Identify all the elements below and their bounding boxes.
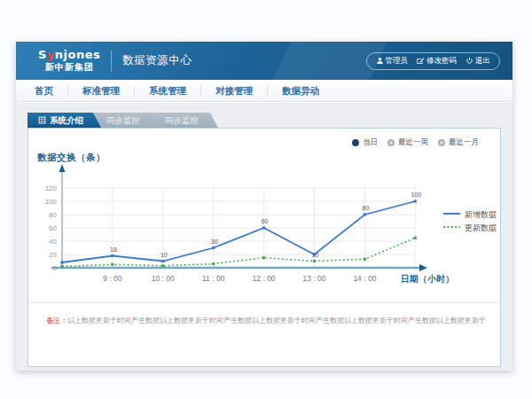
user-menu-label: 管理员 — [386, 56, 409, 66]
svg-text:数据交换（条）: 数据交换（条） — [36, 152, 106, 163]
svg-text:60: 60 — [262, 218, 269, 224]
footnote-text: 以上数据更新于时间产生数据以上数据更新于时间产生数据以上数据更新于时间产生数据以… — [67, 317, 486, 325]
user-menu-label: 修改密码 — [426, 56, 457, 66]
svg-text:13 : 00: 13 : 00 — [303, 274, 326, 283]
filter-0[interactable]: 当日 — [352, 137, 378, 148]
tab-bar: 系统介绍同步监控同步监控 — [27, 113, 211, 128]
main-nav: 首页标准管理系统管理对接管理数据异动 — [16, 80, 512, 102]
legend-item-1[interactable]: 更新数据 — [443, 223, 497, 232]
user-menu-power[interactable]: 退出 — [466, 56, 490, 66]
svg-text:40: 40 — [49, 238, 57, 246]
user-menu: 管理员修改密码退出 — [366, 52, 501, 70]
footnote-label: 备注： — [46, 317, 67, 325]
tab-label: 同步监控 — [165, 113, 199, 128]
filter-1[interactable]: 最近一周 — [387, 137, 428, 148]
nav-item-0[interactable]: 首页 — [20, 86, 68, 96]
tab-0[interactable]: 系统介绍 — [27, 113, 101, 128]
svg-text:100: 100 — [45, 198, 58, 206]
svg-text:80: 80 — [363, 205, 370, 211]
user-menu-user[interactable]: 管理员 — [376, 56, 409, 66]
svg-text:100: 100 — [411, 192, 421, 198]
svg-text:日期（小时）: 日期（小时） — [401, 274, 454, 284]
line-chart: 0204060801001209 : 0010 : 0011 : 0012 : … — [28, 148, 507, 299]
svg-text:11 : 00: 11 : 00 — [202, 274, 225, 283]
page-body: 系统介绍同步监控同步监控 当日最近一周最近一月 0204060801001209… — [16, 103, 512, 371]
app-window: Synjones 新中新集团 数据资源中心 管理员修改密码退出 首页标准管理系统… — [16, 42, 512, 371]
nav-item-2[interactable]: 系统管理 — [135, 86, 201, 96]
svg-text:更新数据: 更新数据 — [465, 223, 497, 232]
tab-2[interactable]: 同步监控 — [153, 113, 218, 128]
svg-text:10: 10 — [160, 252, 168, 258]
tab-1[interactable]: 同步监控 — [94, 113, 160, 128]
nav-item-1[interactable]: 标准管理 — [68, 86, 135, 96]
brand-name-cn: 新中新集团 — [38, 62, 100, 73]
radio-icon — [352, 139, 359, 146]
svg-text:12 : 00: 12 : 00 — [253, 274, 276, 283]
edit-icon — [417, 57, 425, 65]
brand-name: Synjones — [38, 49, 100, 62]
content-panel: 当日最近一周最近一月 0204060801001209 : 0010 : 001… — [27, 128, 501, 367]
svg-text:30: 30 — [211, 239, 218, 245]
svg-text:14 : 00: 14 : 00 — [353, 274, 376, 283]
filter-2[interactable]: 最近一月 — [438, 137, 479, 148]
filter-label: 最近一月 — [449, 137, 479, 148]
user-menu-edit[interactable]: 修改密码 — [417, 56, 457, 66]
user-icon — [376, 57, 384, 65]
svg-text:60: 60 — [49, 224, 57, 232]
app-header: Synjones 新中新集团 数据资源中心 管理员修改密码退出 — [16, 42, 512, 80]
radio-icon — [387, 139, 395, 146]
svg-text:10: 10 — [312, 252, 319, 258]
header-divider — [111, 51, 112, 72]
user-menu-label: 退出 — [475, 56, 490, 66]
svg-text:新增数据: 新增数据 — [465, 210, 497, 219]
svg-text:18: 18 — [110, 246, 117, 253]
tab-label: 同步监控 — [106, 113, 140, 128]
svg-text:80: 80 — [49, 211, 57, 219]
radio-icon — [438, 139, 445, 146]
footnote: 备注：以上数据更新于时间产生数据以上数据更新于时间产生数据以上数据更新于时间产生… — [28, 302, 500, 325]
filter-label: 最近一周 — [398, 137, 428, 148]
brand-logo: Synjones 新中新集团 — [38, 49, 100, 72]
nav-item-3[interactable]: 对接管理 — [201, 86, 268, 96]
power-icon — [466, 57, 473, 65]
tab-label: 系统介绍 — [50, 113, 83, 128]
time-filter-group: 当日最近一周最近一月 — [352, 137, 479, 148]
page-title: 数据资源中心 — [122, 53, 192, 68]
filter-label: 当日 — [363, 137, 378, 148]
svg-text:20: 20 — [49, 251, 57, 259]
legend-item-0[interactable]: 新增数据 — [443, 210, 497, 219]
svg-text:0: 0 — [53, 264, 58, 272]
svg-text:10 : 00: 10 : 00 — [152, 274, 175, 283]
nav-item-4[interactable]: 数据异动 — [268, 86, 333, 96]
document-icon — [38, 116, 46, 124]
svg-text:120: 120 — [45, 184, 58, 192]
svg-text:9 : 00: 9 : 00 — [103, 274, 122, 283]
